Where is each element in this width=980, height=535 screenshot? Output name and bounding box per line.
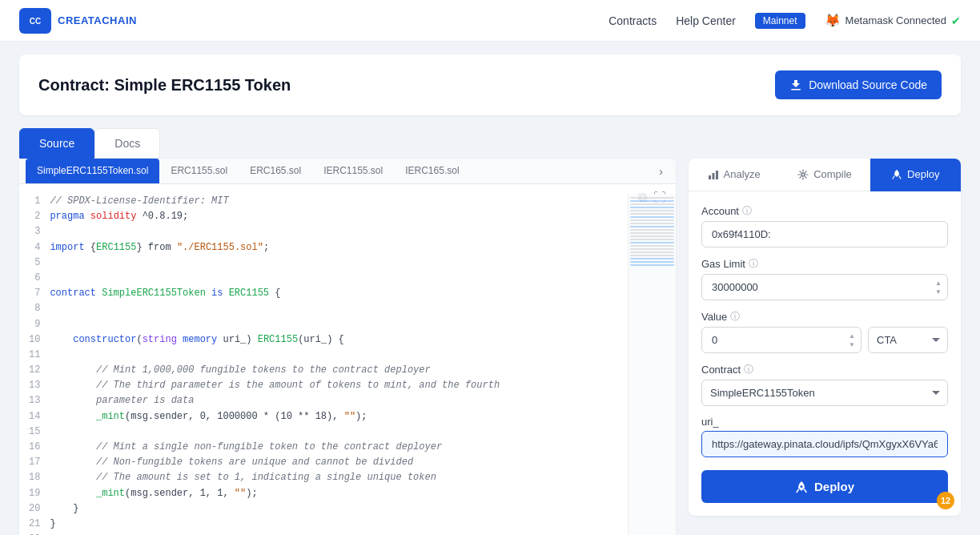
svg-rect-2: [791, 89, 801, 91]
chart-icon: [708, 169, 719, 180]
page: Contract: Simple ERC1155 Token Download …: [0, 42, 980, 535]
source-docs-tabs: Source Docs: [19, 128, 961, 159]
svg-rect-4: [712, 173, 714, 179]
gas-limit-input[interactable]: [701, 274, 948, 300]
svg-point-7: [896, 172, 898, 174]
contract-info-icon[interactable]: ⓘ: [744, 363, 753, 376]
tab-compile[interactable]: Compile: [779, 159, 870, 191]
gas-limit-down[interactable]: ▼: [934, 288, 943, 296]
gas-limit-label: Gas Limit ⓘ: [701, 257, 948, 271]
file-tab-ierc165[interactable]: IERC165.sol: [394, 159, 470, 184]
deploy-rocket-icon: [795, 481, 808, 493]
download-label: Download Source Code: [809, 78, 927, 91]
header: CC CREATACHAIN Contracts Help Center Mai…: [0, 0, 980, 42]
file-tabs-scroll-right[interactable]: ›: [653, 160, 669, 183]
uri-input[interactable]: [701, 431, 948, 457]
deploy-button-wrapper: Deploy 12: [701, 467, 948, 503]
gas-limit-info-icon[interactable]: ⓘ: [749, 257, 758, 271]
account-label: Account ⓘ: [701, 204, 948, 218]
tab-docs[interactable]: Docs: [94, 128, 160, 159]
value-row: ▲ ▼ CTA ETH WEI: [701, 327, 948, 353]
code-editor: ⧉ ⛶ 12345 678910 1112131314 1516171819 2…: [19, 184, 676, 535]
gas-limit-spinner: ▲ ▼: [701, 274, 948, 300]
notification-badge: 12: [937, 492, 954, 509]
svg-rect-3: [709, 175, 711, 179]
main-content: SimpleERC1155Token.sol ERC1155.sol ERC16…: [19, 159, 961, 535]
contract-field-group: Contract ⓘ SimpleERC1155Token: [701, 363, 948, 406]
account-input[interactable]: [701, 221, 948, 247]
value-arrows: ▲ ▼: [847, 332, 857, 348]
deploy-button-label: Deploy: [814, 480, 854, 493]
uri-field-group: uri_: [701, 416, 948, 457]
panel-tabs: Analyze Compile Deploy: [689, 159, 961, 191]
contract-title: Contract: Simple ERC1155 Token: [38, 76, 291, 95]
metamask-label: Metamask Connected: [845, 14, 946, 26]
tab-deploy[interactable]: Deploy: [870, 159, 961, 191]
download-source-button[interactable]: Download Source Code: [775, 70, 942, 99]
mainnet-badge: Mainnet: [755, 13, 805, 29]
account-field-group: Account ⓘ: [701, 204, 948, 247]
file-tab-ierc1155[interactable]: IERC1155.sol: [312, 159, 394, 184]
gas-limit-arrows: ▲ ▼: [934, 279, 943, 296]
gas-limit-up[interactable]: ▲: [934, 279, 943, 287]
contract-select[interactable]: SimpleERC1155Token: [701, 380, 948, 406]
metamask-icon: 🦊: [825, 13, 841, 29]
file-tab-erc1155[interactable]: ERC1155.sol: [159, 159, 239, 184]
tab-source[interactable]: Source: [19, 128, 94, 159]
svg-point-8: [800, 485, 802, 488]
value-up[interactable]: ▲: [847, 332, 857, 340]
deploy-button[interactable]: Deploy: [701, 470, 948, 503]
file-tab-simpleerc1155[interactable]: SimpleERC1155Token.sol: [26, 159, 159, 184]
logo-text: CREATACHAIN: [58, 14, 137, 26]
svg-point-6: [801, 173, 805, 176]
nav-help-center[interactable]: Help Center: [676, 14, 736, 27]
currency-select[interactable]: CTA ETH WEI: [868, 327, 948, 353]
file-tabs: SimpleERC1155Token.sol ERC1155.sol ERC16…: [19, 159, 676, 184]
code-minimap: [628, 194, 676, 535]
value-spinner: ▲ ▼: [701, 327, 862, 353]
value-down[interactable]: ▼: [847, 340, 857, 348]
file-tab-erc165[interactable]: ERC165.sol: [239, 159, 312, 184]
svg-text:CC: CC: [30, 17, 41, 26]
gear-icon: [797, 169, 809, 180]
metamask-status: 🦊 Metamask Connected ✔: [825, 13, 961, 29]
nav-links: Contracts Help Center Mainnet 🦊 Metamask…: [608, 13, 961, 29]
account-info-icon[interactable]: ⓘ: [742, 204, 752, 218]
gas-limit-field-group: Gas Limit ⓘ ▲ ▼: [701, 257, 948, 300]
line-numbers: 12345 678910 1112131314 1516171819 20212…: [19, 194, 50, 535]
logo-icon: CC: [19, 8, 51, 34]
tab-analyze[interactable]: Analyze: [689, 159, 779, 191]
contract-label: Contract ⓘ: [701, 363, 948, 376]
code-content: // SPDX-License-Identifier: MIT pragma s…: [50, 194, 628, 535]
connected-check-icon: ✔: [951, 14, 961, 27]
deploy-form: Account ⓘ Gas Limit ⓘ ▲ ▼: [689, 191, 961, 516]
value-input[interactable]: [701, 327, 862, 353]
uri-label: uri_: [701, 416, 948, 428]
value-label: Value ⓘ: [701, 310, 948, 324]
svg-rect-5: [716, 171, 718, 179]
nav-contracts[interactable]: Contracts: [608, 14, 657, 27]
contract-header: Contract: Simple ERC1155 Token Download …: [19, 54, 961, 115]
rocket-icon: [891, 169, 902, 180]
logo: CC CREATACHAIN: [19, 8, 137, 34]
download-icon: [789, 78, 802, 91]
value-field-group: Value ⓘ ▲ ▼ CTA ETH: [701, 310, 948, 353]
code-panel: SimpleERC1155Token.sol ERC1155.sol ERC16…: [19, 159, 676, 535]
value-info-icon[interactable]: ⓘ: [730, 310, 740, 324]
right-panel: Analyze Compile Deploy: [689, 159, 961, 516]
